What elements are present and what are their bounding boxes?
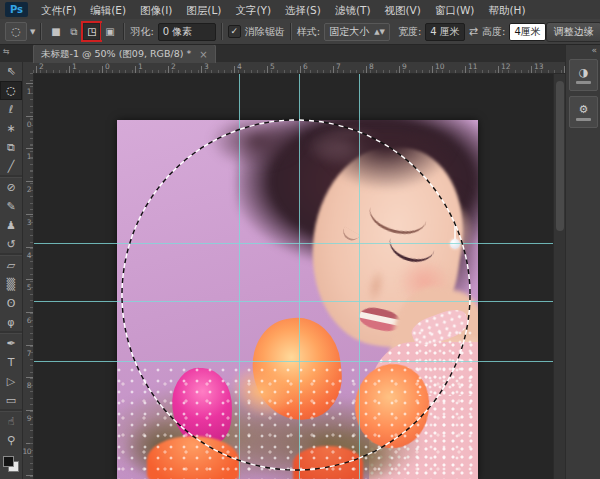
menu-view[interactable]: 视图(V) xyxy=(377,4,427,16)
ruler-label: 0 xyxy=(105,62,110,71)
crop-tool[interactable]: ⧉ xyxy=(0,138,22,157)
tool-preset-picker[interactable]: ◌ ▼ xyxy=(5,22,35,41)
pen-tool[interactable]: ✒ xyxy=(0,333,22,353)
photo-hairline xyxy=(315,134,457,190)
ruler-label: 2 xyxy=(39,62,44,71)
ruler-tick xyxy=(498,66,499,73)
ruler-tick xyxy=(26,247,33,248)
horizontal-guide[interactable] xyxy=(22,361,553,362)
elliptical-marquee-tool[interactable]: ◌ xyxy=(0,81,22,100)
quick-selection-tool[interactable]: ∗ xyxy=(0,119,22,138)
spot-healing-brush-tool[interactable]: ⊘ xyxy=(0,177,22,197)
feather-input[interactable]: 0 像素 xyxy=(158,23,216,41)
ruler-label: 10 xyxy=(435,62,445,71)
gradient-tool[interactable]: ▒ xyxy=(0,275,22,294)
menu-select[interactable]: 选择(S) xyxy=(278,4,328,16)
ruler-tick xyxy=(26,410,33,411)
type-tool[interactable]: T xyxy=(0,353,22,372)
blur-tool[interactable]: ʘ xyxy=(0,294,22,313)
zoom-tool[interactable]: ⚲ xyxy=(0,431,22,450)
height-label: 高度: xyxy=(482,25,505,39)
ruler-tick xyxy=(26,181,33,182)
ruler-tick xyxy=(234,66,235,73)
panel-dock: « ◑⚙ xyxy=(565,44,600,479)
ruler-tick xyxy=(432,66,433,73)
ruler-tick xyxy=(26,214,33,215)
history-brush-tool[interactable]: ↺ xyxy=(0,235,22,254)
horizontal-guide[interactable] xyxy=(22,243,553,244)
ruler-label: 4 xyxy=(237,62,242,71)
ruler-tick xyxy=(135,66,136,73)
toolbar-collapse-icon[interactable]: ⇆ xyxy=(3,47,10,56)
vertical-ruler[interactable]: 101234567891011 xyxy=(22,73,34,479)
menu-filter[interactable]: 滤镜(T) xyxy=(328,4,378,16)
vertical-guide[interactable] xyxy=(359,62,360,479)
ruler-tick xyxy=(564,66,565,73)
canvas-area[interactable] xyxy=(33,73,553,479)
styles-panel-button-icon: ⚙ xyxy=(579,103,589,116)
photo-babys-breath xyxy=(417,330,473,396)
menu-window[interactable]: 窗口(W) xyxy=(428,4,482,16)
ruler-tick xyxy=(26,279,33,280)
ruler-label: 0 xyxy=(22,120,31,129)
new-selection-button[interactable]: ■ xyxy=(47,23,64,40)
path-selection-tool[interactable]: ▷ xyxy=(0,372,22,391)
styles-panel-button[interactable]: ⚙ xyxy=(569,96,598,128)
height-input[interactable]: 4厘米 xyxy=(509,23,545,41)
subtract-from-selection-button[interactable]: ◳ xyxy=(83,23,100,40)
ruler-tick xyxy=(26,475,33,476)
eraser-tool[interactable]: ▱ xyxy=(0,255,22,275)
ruler-label: 9 xyxy=(402,62,407,71)
ruler-tick xyxy=(168,66,169,73)
document-title: 未标题-1 @ 50% (图09, RGB/8) * xyxy=(41,48,191,61)
ruler-label: 1 xyxy=(138,62,143,71)
intersect-selection-button[interactable]: ▣ xyxy=(101,23,118,40)
tool-options-bar: ◌ ▼ ■ ⧉ ◳ ▣ 羽化: 0 像素 ✓ 消除锯齿 样式: 固定大小 ▲▼ … xyxy=(0,19,600,45)
width-input[interactable]: 4 厘米 xyxy=(425,23,465,41)
adjustments-panel-button[interactable]: ◑ xyxy=(569,59,598,91)
style-value: 固定大小 xyxy=(329,25,369,39)
ruler-tick xyxy=(102,66,103,73)
ruler-tick xyxy=(26,312,33,313)
rectangle-tool[interactable]: ▭ xyxy=(0,391,22,410)
photo-earring-chain xyxy=(454,223,456,240)
style-select[interactable]: 固定大小 ▲▼ xyxy=(324,23,390,41)
menu-help[interactable]: 帮助(H) xyxy=(481,4,532,16)
document-tab[interactable]: 未标题-1 @ 50% (图09, RGB/8) * × xyxy=(33,44,216,63)
ruler-tick xyxy=(531,66,532,73)
move-tool[interactable]: ⇖ xyxy=(0,62,22,81)
ellipse-marquee-icon: ◌ xyxy=(5,22,27,41)
foreground-background-swatches[interactable] xyxy=(3,456,19,472)
vertical-guide[interactable] xyxy=(239,62,240,479)
ruler-label: 7 xyxy=(336,62,341,71)
lasso-tool[interactable]: ℓ xyxy=(0,100,22,119)
ruler-tick xyxy=(267,66,268,73)
menu-bar: Ps 文件(F)编辑(E)图像(I)图层(L)文字(Y)选择(S)滤镜(T)视图… xyxy=(0,0,600,20)
menu-layer[interactable]: 图层(L) xyxy=(179,4,228,16)
close-icon[interactable]: × xyxy=(199,49,207,60)
swap-dimensions-icon[interactable]: ⇄ xyxy=(469,25,478,38)
dodge-tool[interactable]: φ xyxy=(0,313,22,332)
menu-image[interactable]: 图像(I) xyxy=(133,4,179,16)
clone-stamp-tool[interactable]: ♟ xyxy=(0,216,22,235)
horizontal-ruler[interactable]: 2101234567891011121314 xyxy=(33,62,565,74)
brush-tool[interactable]: ✎ xyxy=(0,197,22,216)
antialias-label: 消除锯齿 xyxy=(245,25,285,39)
refine-edge-button[interactable]: 调整边缘 xyxy=(546,22,600,42)
ruler-tick xyxy=(26,443,33,444)
ruler-label: 8 xyxy=(22,381,31,390)
eyedropper-tool[interactable]: ╱ xyxy=(0,157,22,176)
horizontal-guide[interactable] xyxy=(22,301,553,302)
add-to-selection-button[interactable]: ⧉ xyxy=(65,23,82,40)
menu-edit[interactable]: 编辑(E) xyxy=(83,4,133,16)
menu-type[interactable]: 文字(Y) xyxy=(228,4,278,16)
hand-tool[interactable]: ☝ xyxy=(0,411,22,431)
antialias-checkbox[interactable]: ✓ xyxy=(228,25,241,38)
photo-pearl-earring xyxy=(450,239,460,249)
menu-file[interactable]: 文件(F) xyxy=(34,4,83,16)
vertical-guide[interactable] xyxy=(299,62,300,479)
dock-collapse-icon[interactable]: « xyxy=(566,44,600,56)
scrollbar-thumb[interactable] xyxy=(556,81,564,231)
ruler-label: 5 xyxy=(270,62,275,71)
ruler-tick xyxy=(399,66,400,73)
